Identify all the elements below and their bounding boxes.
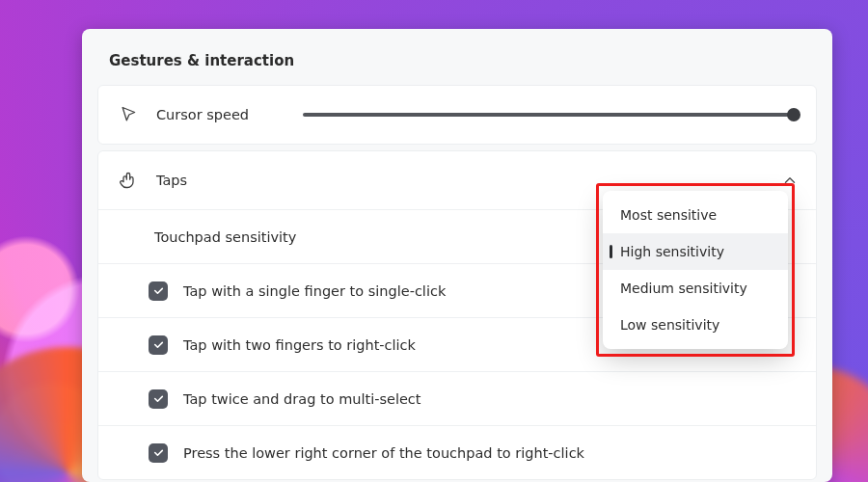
dropdown-item-low-sensitivity[interactable]: Low sensitivity [603,307,788,343]
tap-option-label: Tap with two fingers to right-click [183,337,416,353]
taps-label: Taps [156,173,187,188]
tap-option-label: Tap twice and drag to multi-select [183,391,421,407]
tap-option-row-2[interactable]: Tap twice and drag to multi-select [98,371,816,425]
cursor-icon [116,105,141,124]
tap-option-label: Press the lower right corner of the touc… [183,445,584,461]
checkbox-icon[interactable] [149,281,168,301]
tap-option-label: Tap with a single finger to single-click [183,283,446,299]
cursor-speed-card: Cursor speed [97,85,817,145]
touchpad-sensitivity-label: Touchpad sensitivity [154,229,296,245]
cursor-speed-label: Cursor speed [156,107,249,122]
section-title: Gestures & interaction [82,46,832,85]
tap-option-row-3[interactable]: Press the lower right corner of the touc… [98,425,816,479]
chevron-up-icon [781,172,799,189]
checkbox-icon[interactable] [149,443,168,463]
settings-panel: Gestures & interaction Cursor speed [82,29,832,482]
cursor-speed-row: Cursor speed [98,86,816,144]
cursor-speed-slider[interactable] [264,113,799,117]
sensitivity-dropdown: Most sensitive High sensitivity Medium s… [603,191,788,349]
dropdown-item-most-sensitive[interactable]: Most sensitive [603,197,788,233]
checkbox-icon[interactable] [149,335,168,355]
tap-icon [116,171,141,190]
checkbox-icon[interactable] [149,389,168,409]
dropdown-item-high-sensitivity[interactable]: High sensitivity [603,233,788,270]
dropdown-item-medium-sensitivity[interactable]: Medium sensitivity [603,270,788,307]
